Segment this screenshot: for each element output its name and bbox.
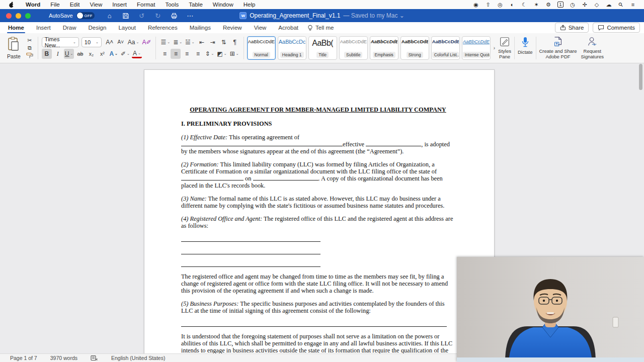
shading-icon[interactable]: ◩⌄ [216, 49, 227, 59]
fan-icon[interactable]: ✢ [579, 2, 591, 8]
underline-button[interactable]: U⌄ [64, 49, 74, 59]
share-button[interactable]: Share [555, 23, 589, 33]
browser-icon[interactable]: ◐ [506, 2, 518, 8]
align-right-icon[interactable]: ≡ [182, 49, 192, 59]
redo-icon[interactable]: ↻ [154, 12, 162, 20]
decrease-indent-icon[interactable]: ⇤ [197, 37, 207, 47]
autosave-control[interactable]: AutoSave OFF [49, 12, 95, 19]
icloud-icon[interactable]: ☁ [603, 2, 615, 8]
styles-gallery-more-icon[interactable]: › [493, 45, 496, 51]
comments-button[interactable]: Comments [593, 23, 640, 33]
justify-icon[interactable]: ≡ [193, 49, 203, 59]
time-machine-icon[interactable]: ◷ [567, 2, 579, 8]
airplay-icon[interactable]: ◇ [591, 2, 603, 8]
borders-icon[interactable]: ⊞⌄ [229, 49, 240, 59]
style-title[interactable]: AaBb(Title [308, 36, 337, 60]
menu-edit[interactable]: Edit [65, 2, 85, 8]
format-painter-icon[interactable] [25, 52, 35, 59]
font-name-select[interactable]: Times New... ⌄ [42, 37, 79, 47]
style-heading-1[interactable]: AaBbCcDcHeading 1 [278, 36, 306, 60]
styles-pane-button[interactable]: Styles Pane [496, 35, 513, 61]
menu-window[interactable]: Window [208, 2, 238, 8]
menu-help[interactable]: Help [238, 2, 261, 8]
style-normal[interactable]: AaBbCcDdEeNormal [247, 36, 276, 60]
menu-table[interactable]: Table [184, 2, 208, 8]
font-color-icon[interactable]: A⌄ [132, 50, 142, 58]
style-strong[interactable]: AaBbCcDdEeStrong [400, 36, 429, 60]
claw-icon[interactable]: ☾ [518, 2, 530, 8]
tab-review[interactable]: Review [217, 23, 248, 32]
input-source-icon[interactable]: 1 [557, 2, 564, 8]
shortcut-icon[interactable]: ⇧ [482, 2, 494, 8]
language-indicator[interactable]: English (United States) [111, 355, 165, 361]
style-subtitle[interactable]: AaBbCcDdEeSubtitle [339, 36, 368, 60]
align-center-icon[interactable]: ≡ [171, 49, 181, 59]
multilevel-list-icon[interactable]: ☱⌄ [184, 37, 196, 47]
menu-view[interactable]: View [85, 2, 108, 8]
paste-button[interactable]: Paste [5, 36, 23, 60]
print-icon[interactable] [170, 13, 178, 19]
style-colorful-list-[interactable]: AaBbCcDdEeColorful List... [431, 36, 460, 60]
tab-references[interactable]: References [142, 23, 184, 32]
menu-tools[interactable]: Tools [160, 2, 184, 8]
save-status[interactable]: — Saved to my Mac ⌄ [343, 12, 404, 19]
highlight-color-icon[interactable]: ✐⌄ [120, 49, 131, 59]
style-emphasis[interactable]: AaBbCcDdEeEmphasis [370, 36, 398, 60]
tab-draw[interactable]: Draw [57, 23, 83, 32]
tab-design[interactable]: Design [83, 23, 113, 32]
text-effects-icon[interactable]: A⌄ [108, 49, 119, 59]
tab-insert[interactable]: Insert [30, 23, 57, 32]
zoom-window-button[interactable] [25, 13, 31, 19]
snowflake-icon[interactable]: ✶ [530, 2, 542, 8]
page-indicator[interactable]: Page 1 of 7 [10, 355, 37, 361]
close-window-button[interactable] [6, 13, 12, 19]
bold-button[interactable]: B [42, 49, 52, 59]
menu-format[interactable]: Format [132, 2, 160, 8]
menu-file[interactable]: File [45, 2, 65, 8]
menu-insert[interactable]: Insert [107, 2, 132, 8]
tell-me-control[interactable]: Tell me [307, 25, 334, 31]
password-manager-icon[interactable]: ◎ [494, 2, 506, 8]
document-page[interactable]: OPERATING AGREEMENT FOR MEMBER-MANAGED L… [144, 69, 495, 353]
menu-word[interactable]: Word [21, 2, 45, 8]
create-share-adobe-pdf-button[interactable]: Create and Share Adobe PDF [537, 35, 579, 61]
increase-indent-icon[interactable]: ⇥ [208, 37, 218, 47]
style-intense-quote[interactable]: AaBbCcDdEeIntense Quote [462, 36, 491, 60]
home-icon[interactable]: ⌂ [106, 12, 114, 20]
bullet-list-icon[interactable]: ☰⌄ [159, 37, 171, 47]
more-toolbar-icon[interactable]: ⋯ [186, 12, 194, 20]
subscript-icon[interactable]: x₂ [86, 49, 96, 59]
sort-icon[interactable]: ⇅ [219, 37, 229, 47]
align-left-icon[interactable]: ≡ [159, 49, 170, 59]
apple-logo-icon[interactable] [8, 2, 15, 8]
grow-font-icon[interactable]: A˄ [105, 37, 115, 47]
minimize-window-button[interactable] [16, 13, 21, 19]
show-paragraph-marks-icon[interactable]: ¶ [230, 37, 240, 47]
word-count[interactable]: 3970 words [50, 355, 77, 361]
change-case-icon[interactable]: Aa⌄ [127, 37, 140, 47]
tab-home[interactable]: Home [2, 23, 30, 32]
tab-view[interactable]: View [248, 23, 273, 32]
autosave-toggle[interactable]: OFF [76, 12, 95, 19]
undo-icon[interactable]: ↺ [138, 12, 146, 20]
numbered-list-icon[interactable]: ≣⌄ [172, 37, 183, 47]
tab-acrobat[interactable]: Acrobat [272, 23, 304, 32]
superscript-icon[interactable]: x² [97, 49, 107, 59]
vertical-scrollbar[interactable] [639, 64, 642, 90]
tab-mailings[interactable]: Mailings [184, 23, 217, 32]
document-name[interactable]: Operating_Agreement_Final_v1.1 [250, 12, 340, 19]
font-size-select[interactable]: 10 ⌄ [82, 37, 102, 47]
line-spacing-icon[interactable]: ⇕⌄ [204, 49, 215, 59]
cut-icon[interactable]: ✂ [25, 37, 35, 44]
screen-record-icon[interactable]: ◉ [470, 2, 482, 8]
tab-layout[interactable]: Layout [112, 23, 142, 32]
copy-icon[interactable]: ⧉ [25, 44, 35, 52]
italic-button[interactable]: I [53, 49, 63, 59]
wrench-icon[interactable]: ⚙ [542, 2, 554, 8]
control-center-icon[interactable]: ≡ [627, 2, 639, 8]
shrink-font-icon[interactable]: A˅ [116, 37, 126, 47]
spellcheck-icon[interactable] [91, 355, 98, 361]
strikethrough-icon[interactable]: ab [75, 49, 85, 59]
dictate-button[interactable]: Dictate [516, 35, 535, 61]
save-icon[interactable] [122, 13, 130, 19]
